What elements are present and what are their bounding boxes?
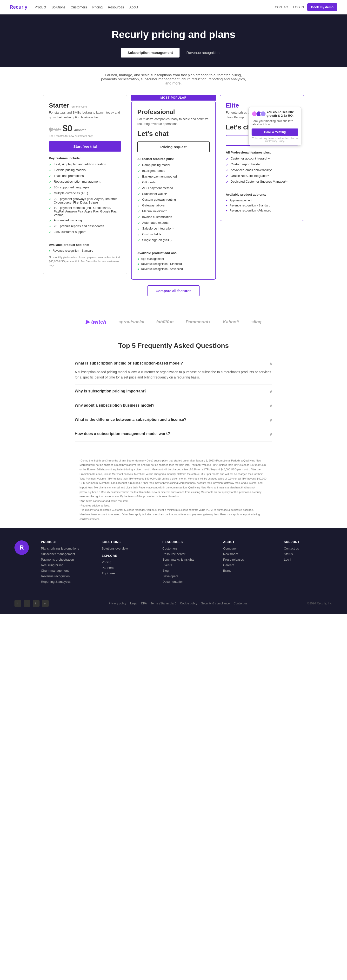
footer-col-resources-title: RESOURCES bbox=[162, 540, 211, 544]
chat-popup-note: This chat may be recorded as described i… bbox=[251, 137, 298, 142]
check-icon: ✓ bbox=[49, 186, 52, 189]
footer-link[interactable]: Solutions overview bbox=[102, 547, 150, 550]
faq-question-0[interactable]: What is subscription pricing or subscrip… bbox=[75, 361, 272, 366]
footer-bottom-link[interactable]: Cookie policy bbox=[180, 602, 197, 605]
chat-popup-book-button[interactable]: Book a meeting bbox=[251, 129, 298, 136]
faq-question-2[interactable]: Why adopt a subscription business model?… bbox=[75, 403, 272, 409]
footer-link[interactable]: Blog bbox=[162, 569, 211, 573]
faq-question-4[interactable]: How does a subscription management model… bbox=[75, 432, 272, 437]
footer-link[interactable]: Resource center bbox=[162, 552, 211, 556]
footer-link[interactable]: Log in bbox=[284, 558, 333, 562]
list-item: ●Revenue recognition - Standard bbox=[138, 262, 209, 266]
elite-card: You could see 30x growth & 2.3x ROI. Boo… bbox=[220, 95, 304, 221]
pricing-cards-container: Starter formerly Core For startups and S… bbox=[41, 95, 306, 280]
faq-item-4: How does a subscription management model… bbox=[75, 427, 272, 442]
list-item: ✓Automated invoicing bbox=[49, 218, 121, 223]
logo-sling: sling bbox=[251, 320, 261, 325]
elite-features-label: All Professional features plus: bbox=[226, 151, 298, 154]
footer-link[interactable]: Revenue recognition bbox=[41, 574, 90, 578]
footer-link[interactable]: Pricing bbox=[102, 560, 150, 564]
list-item: ✓Customer account hierarchy bbox=[226, 157, 298, 161]
footer-link[interactable]: Contact us bbox=[284, 547, 333, 550]
footer-link[interactable]: Reporting & analytics bbox=[41, 580, 90, 584]
starter-addons: Available product add-ons: ●Revenue reco… bbox=[49, 239, 121, 267]
footer-col-support: SUPPORT Contact us Status Log in bbox=[284, 540, 333, 585]
starter-tier: Starter formerly Core bbox=[49, 102, 121, 109]
faq-question-3[interactable]: What is the difference between a subscri… bbox=[75, 417, 272, 423]
footer-bottom-link[interactable]: Contact us bbox=[233, 602, 247, 605]
elite-addons: Available product add-ons: ●App manageme… bbox=[226, 189, 298, 212]
starter-formerly: formerly Core bbox=[71, 105, 87, 108]
faq-item-2: Why adopt a subscription business model?… bbox=[75, 399, 272, 413]
footer-link[interactable]: Partners bbox=[102, 566, 150, 570]
nav-pricing[interactable]: Pricing bbox=[92, 5, 103, 9]
nav-contact[interactable]: CONTACT bbox=[275, 5, 290, 9]
pricing-subtitle: Launch, manage, and scale subscriptions … bbox=[89, 67, 258, 92]
nav-solutions[interactable]: Solutions bbox=[51, 5, 66, 9]
nav-product[interactable]: Product bbox=[34, 5, 46, 9]
list-item: ✓Invoice customization bbox=[138, 215, 209, 219]
footer-link[interactable]: Status bbox=[284, 552, 333, 556]
list-item: ✓ACH payment method bbox=[138, 186, 209, 190]
footer-link[interactable]: Company bbox=[223, 547, 272, 550]
logo-twitch: ▶ twitch bbox=[86, 319, 107, 325]
faq-question-1[interactable]: Why is subscription pricing important? ∨ bbox=[75, 389, 272, 395]
list-item: ✓24x7 customer support bbox=[49, 230, 121, 234]
nav-cta-button[interactable]: Book my demo bbox=[307, 3, 337, 11]
list-item: ✓Flexible pricing models bbox=[49, 168, 121, 172]
footer-social-icon-2[interactable]: t bbox=[24, 600, 30, 607]
nav-logo: Recurly bbox=[10, 4, 27, 10]
check-icon: ✓ bbox=[138, 198, 140, 202]
fine-print-para-3: **To qualify for a dedicated Customer Su… bbox=[80, 508, 267, 512]
footer-link[interactable]: Subscriber management bbox=[41, 552, 90, 556]
footer-social-icon-1[interactable]: f bbox=[14, 600, 21, 607]
footer-link[interactable]: Documentation bbox=[162, 580, 211, 584]
footer-link[interactable]: Benchmarks & insights bbox=[162, 558, 211, 562]
footer-link[interactable]: Developers bbox=[162, 574, 211, 578]
footer-logo-col: R bbox=[14, 540, 29, 585]
nav-links: Product Solutions Customers Pricing Reso… bbox=[34, 5, 275, 9]
nav-actions: CONTACT LOG IN Book my demo bbox=[275, 3, 337, 11]
footer-bottom-link[interactable]: Privacy policy bbox=[109, 602, 126, 605]
nav-customers[interactable]: Customers bbox=[70, 5, 87, 9]
addon-dot-icon: ● bbox=[138, 262, 139, 266]
starter-addons-label: Available product add-ons: bbox=[49, 243, 121, 247]
pro-cta-button[interactable]: Pricing request bbox=[138, 142, 209, 152]
footer-link[interactable]: Newsroom bbox=[223, 552, 272, 556]
check-icon: ✓ bbox=[49, 206, 52, 210]
footer-link[interactable]: Recurring billing bbox=[41, 563, 90, 567]
footer-bottom-link[interactable]: Security & compliance bbox=[201, 602, 230, 605]
footer-social-icon-3[interactable]: in bbox=[33, 600, 40, 607]
pro-addons: Available product add-ons: ●App manageme… bbox=[138, 247, 209, 271]
footer-bottom-link[interactable]: Legal bbox=[130, 602, 137, 605]
check-icon: ✓ bbox=[138, 204, 140, 208]
nav-about[interactable]: About bbox=[130, 5, 138, 9]
tab-subscription-management[interactable]: Subscription management bbox=[121, 48, 179, 57]
compare-features-button[interactable]: Compare all features bbox=[147, 285, 200, 296]
faq-section: Top 5 Frequently Asked Questions What is… bbox=[0, 332, 347, 451]
footer-link[interactable]: Try it free bbox=[102, 571, 150, 575]
tab-revenue-recognition[interactable]: Revenue recognition bbox=[179, 48, 226, 57]
footer-link[interactable]: Careers bbox=[223, 563, 272, 567]
footer-link[interactable]: Brand bbox=[223, 569, 272, 573]
footer-link[interactable]: Churn management bbox=[41, 569, 90, 573]
nav-login[interactable]: LOG IN bbox=[293, 5, 304, 9]
pro-tier: Professional bbox=[138, 108, 209, 116]
fine-print-para-4: Merchant bank account is required. Other… bbox=[80, 512, 267, 521]
logo-paramount: Paramount+ bbox=[186, 320, 211, 325]
footer-link[interactable]: Events bbox=[162, 563, 211, 567]
faq-chevron-4: ∨ bbox=[269, 432, 272, 437]
list-item: ✓Backup payment method bbox=[138, 175, 209, 179]
check-icon: ✓ bbox=[49, 163, 52, 167]
footer-bottom-link[interactable]: Terms (Starter plan) bbox=[150, 602, 176, 605]
footer-link[interactable]: Press releases bbox=[223, 558, 272, 562]
footer-bottom-link[interactable]: DPA bbox=[141, 602, 147, 605]
footer-link[interactable]: Payments orchestration bbox=[41, 558, 90, 562]
nav-resources[interactable]: Resources bbox=[108, 5, 124, 9]
footer-link[interactable]: Customers bbox=[162, 547, 211, 550]
pro-desc: For midsize companies ready to scale and… bbox=[138, 117, 209, 126]
footer-link[interactable]: Plans, pricing & promotions bbox=[41, 547, 90, 550]
check-icon: ✓ bbox=[226, 180, 229, 184]
starter-cta-button[interactable]: Start free trial bbox=[49, 141, 121, 151]
footer-social-icon-4[interactable]: yt bbox=[42, 600, 49, 607]
